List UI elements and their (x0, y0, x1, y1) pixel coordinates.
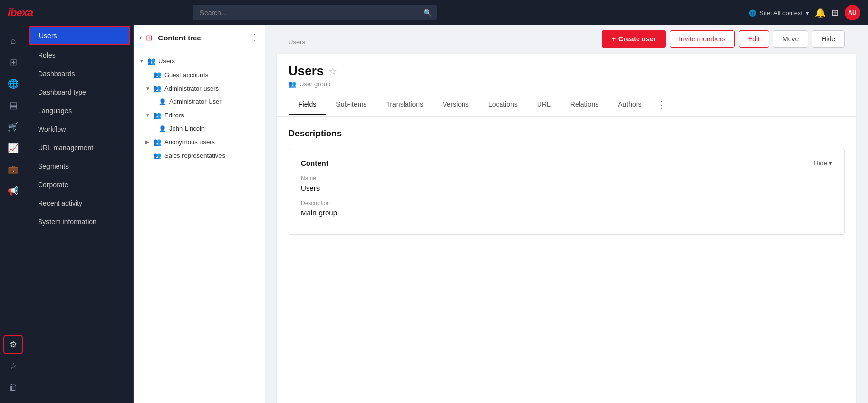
toggle-users[interactable]: ▼ (139, 58, 147, 64)
tree-title: Content tree (158, 34, 246, 42)
create-user-button[interactable]: + Create user (602, 30, 666, 48)
content-section-title: Content (301, 159, 328, 167)
topbar: ibexa 🔍 🌐 Site: All context ▾ 🔔 ⊞ AU (0, 0, 868, 25)
tree-label-editors: Editors (164, 112, 184, 119)
search-icon: 🔍 (424, 9, 432, 17)
sidebar-item-analytics[interactable]: 📈 (3, 138, 23, 158)
sidebar-item-briefcase[interactable]: 💼 (3, 160, 23, 179)
apps-icon[interactable]: ⊞ (831, 7, 839, 18)
sidebar-item-grid[interactable]: ⊞ (3, 53, 23, 72)
tree-node-guest-accounts[interactable]: 👥 Guest accounts (134, 68, 265, 81)
tree-body: ▼ 👥 Users 👥 Guest accounts ▼ 👥 Administr… (134, 50, 265, 403)
page-title-row: Users ☆ (289, 63, 845, 78)
tab-relations[interactable]: Relations (560, 95, 608, 115)
tab-authors[interactable]: Authors (608, 95, 651, 115)
tree-label-john-lincoln: John Lincoln (169, 125, 205, 132)
move-button[interactable]: Move (773, 30, 808, 48)
search-input[interactable] (193, 5, 437, 20)
tree-back-button[interactable]: ‹ (139, 33, 142, 42)
sidebar-item-settings[interactable]: ⚙ (3, 335, 23, 354)
tree-node-anonymous-users[interactable]: ▶ 👥 Anonymous users (134, 135, 265, 149)
left-nav: Users Roles Dashboards Dashboard type La… (26, 25, 134, 403)
tree-node-users[interactable]: ▼ 👥 Users (134, 54, 265, 68)
nav-item-languages[interactable]: Languages (29, 102, 130, 119)
tree-label-admin-users: Administrator users (164, 85, 219, 92)
group-icon-guest: 👥 (153, 71, 161, 78)
nav-item-corporate[interactable]: Corporate (29, 176, 130, 193)
tab-url[interactable]: URL (527, 95, 560, 115)
topbar-right: 🌐 Site: All context ▾ 🔔 ⊞ AU (749, 5, 860, 20)
nav-item-dashboard-type[interactable]: Dashboard type (29, 83, 130, 101)
content-tree-header: ‹ ⊞ Content tree ⋮ (134, 25, 265, 50)
nav-item-system-information[interactable]: System information (29, 213, 130, 230)
nav-item-users[interactable]: Users (29, 26, 130, 45)
field-name-label: Name (301, 175, 832, 182)
hide-button[interactable]: Hide (812, 30, 845, 48)
content-hide-link[interactable]: Hide ▾ (814, 159, 832, 167)
nav-item-dashboards[interactable]: Dashboards (29, 65, 130, 82)
nav-item-recent-activity[interactable]: Recent activity (29, 194, 130, 212)
group-icon-editors: 👥 (153, 111, 161, 119)
edit-button[interactable]: Edit (739, 30, 769, 48)
site-label: Site: All context (759, 9, 803, 17)
group-icon-anonymous: 👥 (153, 138, 161, 146)
tree-node-john-lincoln[interactable]: 👤 John Lincoln (134, 122, 265, 135)
logo: ibexa (8, 6, 33, 19)
sidebar-item-favorites[interactable]: ☆ (3, 356, 23, 376)
toggle-admin[interactable]: ▼ (145, 86, 153, 91)
user-icon-john: 👤 (159, 125, 166, 132)
card-body: Descriptions Content Hide ▾ Name Users D… (277, 117, 856, 247)
tab-more-button[interactable]: ⋮ (651, 94, 672, 116)
nav-item-url-management[interactable]: URL management (29, 139, 130, 156)
tab-versions[interactable]: Versions (433, 95, 479, 115)
nav-item-workflow[interactable]: Workflow (29, 120, 130, 138)
tree-node-sales-reps[interactable]: 👥 Sales representatives (134, 149, 265, 162)
sidebar-item-trash[interactable]: 🗑 (3, 378, 23, 397)
sidebar-item-home[interactable]: ⌂ (3, 31, 23, 51)
toggle-editors[interactable]: ▼ (145, 113, 153, 118)
nav-item-roles[interactable]: Roles (29, 46, 130, 64)
search-bar: 🔍 (193, 5, 437, 20)
tree-header-icon: ⊞ (146, 33, 152, 42)
content-section-header: Content Hide ▾ (301, 159, 832, 167)
content-section: Content Hide ▾ Name Users Description Ma… (289, 149, 845, 235)
action-bar: + Create user Invite members Edit Move H… (590, 30, 856, 54)
tree-node-editors[interactable]: ▼ 👥 Editors (134, 108, 265, 122)
tabs: Fields Sub-items Translations Versions L… (289, 94, 845, 116)
invite-members-button[interactable]: Invite members (670, 30, 735, 48)
sidebar-item-layers[interactable]: ▤ (3, 96, 23, 115)
tree-node-admin-user[interactable]: 👤 Administrator User (134, 95, 265, 108)
field-name: Name Users (301, 175, 832, 192)
tree-label-guest-accounts: Guest accounts (164, 71, 208, 78)
main-content: Users + Create user Invite members Edit … (265, 25, 868, 403)
tree-more-button[interactable]: ⋮ (250, 32, 259, 43)
tree-node-admin-users[interactable]: ▼ 👥 Administrator users (134, 81, 265, 95)
field-description-value: Main group (301, 209, 832, 217)
tab-fields[interactable]: Fields (289, 95, 326, 115)
icon-sidebar-bottom: ⚙ ☆ 🗑 (3, 335, 23, 397)
tab-locations[interactable]: Locations (479, 95, 527, 115)
field-name-value: Users (301, 184, 832, 192)
nav-item-segments[interactable]: Segments (29, 157, 130, 175)
plus-icon: + (612, 35, 616, 43)
user-group-text: User group (299, 80, 330, 88)
sidebar-item-cart[interactable]: 🛒 (3, 117, 23, 136)
group-icon-admin: 👥 (153, 84, 161, 92)
page-title: Users (289, 63, 324, 78)
sidebar-item-megaphone[interactable]: 📢 (3, 181, 23, 201)
content-tree: ‹ ⊞ Content tree ⋮ ▼ 👥 Users 👥 Guest acc… (134, 25, 265, 403)
content-card-header: Users ☆ 👥 User group Fields Sub-items Tr… (277, 54, 856, 117)
user-icon-admin: 👤 (159, 98, 166, 105)
tab-translations[interactable]: Translations (376, 95, 433, 115)
notification-icon[interactable]: 🔔 (815, 7, 826, 18)
favorite-icon[interactable]: ☆ (328, 65, 337, 77)
site-selector[interactable]: 🌐 Site: All context ▾ (749, 9, 809, 17)
group-icon: 👥 (147, 57, 155, 65)
toggle-anonymous[interactable]: ▶ (145, 139, 153, 145)
content-card: Users ☆ 👥 User group Fields Sub-items Tr… (277, 54, 856, 403)
avatar[interactable]: AU (845, 5, 860, 20)
chevron-down-icon: ▾ (806, 9, 809, 17)
tab-sub-items[interactable]: Sub-items (326, 95, 376, 115)
sidebar-item-globe[interactable]: 🌐 (3, 74, 23, 94)
user-group-icon: 👥 (289, 80, 296, 88)
